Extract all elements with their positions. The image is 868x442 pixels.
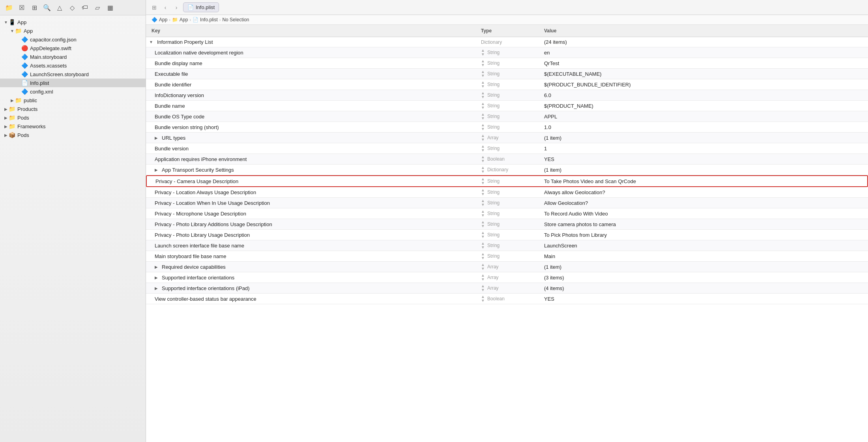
tree-item-mainstoryboard[interactable]: 🔷 Main.storyboard xyxy=(0,52,146,61)
sort-arrows-bundle_os_type[interactable]: ▲▼ xyxy=(481,112,485,120)
expand-arrow-app_transport[interactable]: ▶ xyxy=(155,168,158,172)
type-text-bundle_version: String xyxy=(487,146,499,151)
key-text-privacy_photo_additions: Privacy - Photo Library Additions Usage … xyxy=(155,221,272,227)
sort-arrows-privacy_location_always[interactable]: ▲▼ xyxy=(481,188,485,196)
search-icon[interactable]: 🔍 xyxy=(43,3,51,12)
type-text-executable_file: String xyxy=(487,71,499,77)
plist-row-bundle_identifier[interactable]: Bundle identifier▲▼String$(PRODUCT_BUNDL… xyxy=(146,79,868,90)
plist-row-privacy_photo_additions[interactable]: Privacy - Photo Library Additions Usage … xyxy=(146,219,868,230)
plist-row-bundle_os_type[interactable]: Bundle OS Type code▲▼StringAPPL xyxy=(146,111,868,122)
folder-icon[interactable]: 📁 xyxy=(5,3,13,12)
tree-item-launchscreen[interactable]: 🔷 LaunchScreen.storyboard xyxy=(0,70,146,79)
sort-arrows-bundle_name[interactable]: ▲▼ xyxy=(481,102,485,110)
type-cell-bundle_name: ▲▼String xyxy=(475,101,539,111)
tab-infoplist[interactable]: 📄 Info.plist xyxy=(183,2,219,12)
products-label: Products xyxy=(17,106,142,112)
expand-arrow-required_capabilities[interactable]: ▶ xyxy=(155,265,158,269)
back-button[interactable]: ‹ xyxy=(161,3,170,12)
pods-label: Pods xyxy=(17,115,142,121)
sort-arrows-privacy_photo_additions[interactable]: ▲▼ xyxy=(481,220,485,228)
plist-row-bundle_name[interactable]: Bundle name▲▼String$(PRODUCT_NAME) xyxy=(146,101,868,111)
tree-item-assets[interactable]: 🔷 Assets.xcassets xyxy=(0,61,146,70)
plist-row-privacy_microphone[interactable]: Privacy - Microphone Usage Description▲▼… xyxy=(146,208,868,219)
tree-item-app-root[interactable]: ▼ 📱 App xyxy=(0,18,146,26)
plist-row-iphone_environment[interactable]: Application requires iPhone environment▲… xyxy=(146,154,868,165)
plist-row-url_types[interactable]: ▶URL types▲▼Array(1 item) xyxy=(146,133,868,143)
tag-icon[interactable]: 🏷 xyxy=(80,3,89,12)
sort-arrows-localization[interactable]: ▲▼ xyxy=(481,49,485,56)
tree-item-public[interactable]: ▶ 📁 public xyxy=(0,96,146,105)
plist-row-bundle_version[interactable]: Bundle version▲▼String1 xyxy=(146,143,868,154)
tree-item-infoplist[interactable]: 📄 Info.plist xyxy=(0,79,146,87)
sort-arrows-privacy_camera[interactable]: ▲▼ xyxy=(481,177,485,185)
sort-arrows-bundle_identifier[interactable]: ▲▼ xyxy=(481,81,485,88)
plist-row-status_bar[interactable]: View controller-based status bar appeara… xyxy=(146,294,868,304)
sort-arrows-privacy_photo_library[interactable]: ▲▼ xyxy=(481,231,485,239)
sort-arrows-privacy_microphone[interactable]: ▲▼ xyxy=(481,210,485,217)
plist-row-privacy_location_always[interactable]: Privacy - Location Always Usage Descript… xyxy=(146,187,868,198)
tree-item-appdelegate[interactable]: 🔴 AppDelegate.swift xyxy=(0,44,146,52)
sort-arrows-infodictionary_version[interactable]: ▲▼ xyxy=(481,91,485,99)
sort-arrows-bundle_display_name[interactable]: ▲▼ xyxy=(481,59,485,67)
plist-row-privacy_photo_library[interactable]: Privacy - Photo Library Usage Descriptio… xyxy=(146,230,868,240)
sort-arrows-privacy_location_when[interactable]: ▲▼ xyxy=(481,199,485,207)
toolbar: 📁 ☒ ⊞ 🔍 △ ◇ 🏷 ▱ ▦ xyxy=(0,0,146,15)
breadcrumb-app-folder[interactable]: App xyxy=(180,17,188,22)
plist-row-required_capabilities[interactable]: ▶Required device capabilities▲▼Array(1 i… xyxy=(146,262,868,272)
plist-row-bundle_display_name[interactable]: Bundle display name▲▼StringQrTest xyxy=(146,58,868,69)
tree-item-products[interactable]: ▶ 📁 Products xyxy=(0,105,146,113)
key-text-root: Information Property List xyxy=(157,39,213,45)
xcode-icon[interactable]: ☒ xyxy=(17,3,26,12)
chevron-pods2: ▶ xyxy=(3,133,9,137)
sort-arrows-app_transport[interactable]: ▲▼ xyxy=(481,166,485,174)
plist-row-supported_orientations_ipad[interactable]: ▶Supported interface orientations (iPad)… xyxy=(146,283,868,294)
sort-arrows-bundle_version_string[interactable]: ▲▼ xyxy=(481,123,485,131)
expand-arrow-url_types[interactable]: ▶ xyxy=(155,136,158,140)
tree-item-pods[interactable]: ▶ 📁 Pods xyxy=(0,113,146,122)
grid-icon[interactable]: ▦ xyxy=(106,3,114,12)
sort-arrows-required_capabilities[interactable]: ▲▼ xyxy=(481,263,485,271)
tree-item-app-folder[interactable]: ▼ 📁 App xyxy=(0,26,146,35)
label-icon[interactable]: ▱ xyxy=(93,3,102,12)
tree-item-pods2[interactable]: ▶ 📦 Pods xyxy=(0,131,146,139)
type-cell-privacy_location_always: ▲▼String xyxy=(475,187,539,197)
key-cell-launch_screen: Launch screen interface file base name xyxy=(146,242,475,250)
hierarchy-icon[interactable]: ⊞ xyxy=(30,3,39,12)
breadcrumb-infoplist[interactable]: Info.plist xyxy=(200,17,218,22)
expand-arrow-supported_orientations[interactable]: ▶ xyxy=(155,275,158,280)
plist-row-supported_orientations[interactable]: ▶Supported interface orientations▲▼Array… xyxy=(146,272,868,283)
sort-arrows-main_storyboard[interactable]: ▲▼ xyxy=(481,252,485,260)
plist-row-main_storyboard[interactable]: Main storyboard file base name▲▼StringMa… xyxy=(146,251,868,262)
sort-arrows-launch_screen[interactable]: ▲▼ xyxy=(481,242,485,249)
sort-arrows-iphone_environment[interactable]: ▲▼ xyxy=(481,155,485,163)
plist-row-privacy_camera[interactable]: Privacy - Camera Usage Description▲▼Stri… xyxy=(146,175,868,187)
plist-row-privacy_location_when[interactable]: Privacy - Location When In Use Usage Des… xyxy=(146,198,868,208)
sort-arrows-status_bar[interactable]: ▲▼ xyxy=(481,295,485,303)
warning-icon[interactable]: △ xyxy=(55,3,64,12)
breadcrumb-app[interactable]: App xyxy=(159,17,167,22)
sort-arrows-supported_orientations[interactable]: ▲▼ xyxy=(481,273,485,281)
sort-arrows-url_types[interactable]: ▲▼ xyxy=(481,134,485,142)
key-cell-status_bar: View controller-based status bar appeara… xyxy=(146,295,475,303)
sort-arrows-bundle_version[interactable]: ▲▼ xyxy=(481,144,485,152)
tree-item-frameworks[interactable]: ▶ 📁 Frameworks xyxy=(0,122,146,131)
key-text-localization: Localization native development region xyxy=(155,50,243,56)
expand-arrow-root[interactable]: ▼ xyxy=(149,40,153,44)
forward-button[interactable]: › xyxy=(172,3,181,12)
key-text-app_transport: App Transport Security Settings xyxy=(162,167,234,173)
sort-arrows-executable_file[interactable]: ▲▼ xyxy=(481,70,485,78)
expand-arrow-supported_orientations_ipad[interactable]: ▶ xyxy=(155,286,158,290)
plist-row-localization[interactable]: Localization native development region▲▼… xyxy=(146,47,868,58)
type-cell-localization: ▲▼String xyxy=(475,47,539,58)
plist-row-executable_file[interactable]: Executable file▲▼String$(EXECUTABLE_NAME… xyxy=(146,69,868,79)
grid-view-button[interactable]: ⊞ xyxy=(150,3,159,12)
diamond-icon[interactable]: ◇ xyxy=(68,3,77,12)
tree-item-configxml[interactable]: 🔷 config.xml xyxy=(0,87,146,96)
sort-arrows-supported_orientations_ipad[interactable]: ▲▼ xyxy=(481,284,485,292)
tree-item-capacitor[interactable]: 🔷 capacitor.config.json xyxy=(0,35,146,44)
plist-row-bundle_version_string[interactable]: Bundle version string (short)▲▼String1.0 xyxy=(146,122,868,133)
plist-row-infodictionary_version[interactable]: InfoDictionary version▲▼String6.0 xyxy=(146,90,868,101)
plist-row-root[interactable]: ▼Information Property ListDictionary(24 … xyxy=(146,37,868,47)
plist-row-app_transport[interactable]: ▶App Transport Security Settings▲▼Dictio… xyxy=(146,165,868,175)
plist-row-launch_screen[interactable]: Launch screen interface file base name▲▼… xyxy=(146,240,868,251)
